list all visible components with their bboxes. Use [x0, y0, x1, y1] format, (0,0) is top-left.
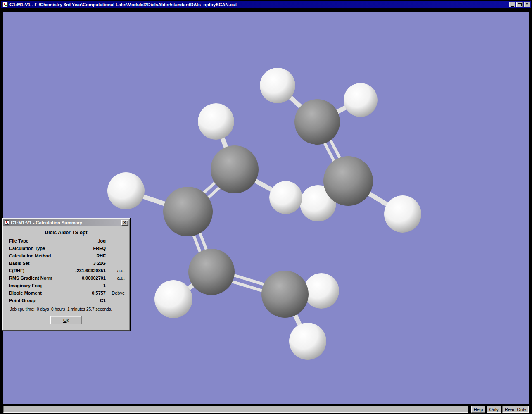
molecule-svg[interactable] [3, 12, 529, 404]
row-value: FREQ [60, 246, 106, 251]
help-button-label: Help [474, 407, 483, 412]
row-value: C1 [60, 298, 106, 303]
row-unit: a.u. [106, 276, 125, 281]
gaussview-window: G1:M1:V1 - F:\Chemistry 3rd Year\Computa… [0, 0, 532, 414]
atom-H[interactable] [269, 181, 302, 214]
atom-H[interactable] [107, 172, 145, 209]
atom-C[interactable] [211, 145, 259, 193]
atom-C[interactable] [163, 187, 213, 236]
atom-H[interactable] [344, 83, 378, 117]
status-message-area [3, 406, 468, 413]
app-icon [2, 2, 8, 7]
summary-row-calculation-method: Calculation Method RHF [3, 253, 129, 261]
dialog-button-row: Ok [3, 314, 129, 329]
summary-row-point-group: Point Group C1 [3, 298, 129, 305]
row-label: E(RHF) [9, 268, 60, 273]
only-indicator: Only [487, 406, 501, 413]
status-bar: Help Only Read Only [3, 406, 529, 413]
summary-row-basis-set: Basis Set 3-21G [3, 261, 129, 268]
window-titlebar[interactable]: G1:M1:V1 - F:\Chemistry 3rd Year\Computa… [1, 1, 531, 8]
ok-button-label: Ok [63, 318, 69, 323]
cpu-time-text: Job cpu time: 0 days 0 hours 1 minutes 2… [10, 307, 126, 312]
dialog-heading: Diels Alder TS opt [3, 230, 129, 236]
help-button[interactable]: Help [471, 406, 486, 413]
row-value: 0.5757 [60, 290, 106, 295]
row-label: RMS Gradient Norm [9, 276, 60, 281]
row-label: Calculation Type [9, 246, 60, 251]
summary-row-calculation-type: Calculation Type FREQ [3, 246, 129, 253]
atom-C[interactable] [294, 99, 340, 145]
row-label: Imaginary Freq [9, 283, 60, 288]
dialog-title: G1:M1:V1 - Calculation Summary [11, 220, 82, 225]
row-label: Dipole Moment [9, 290, 60, 295]
close-button[interactable]: × [524, 2, 530, 7]
summary-row-energy: E(RHF) -231.60320851 a.u. [3, 268, 129, 276]
minimize-icon [511, 6, 514, 7]
atom-H[interactable] [154, 280, 192, 318]
row-value: RHF [60, 253, 106, 258]
row-label: File Type [9, 238, 60, 243]
molecule-viewport[interactable] [3, 12, 529, 404]
dialog-titlebar[interactable]: G1:M1:V1 - Calculation Summary × [3, 219, 129, 226]
dialog-close-button[interactable]: × [121, 220, 128, 226]
maximize-button[interactable] [516, 2, 523, 7]
row-value: -231.60320851 [60, 268, 106, 273]
row-label: Basis Set [9, 261, 60, 266]
dialog-icon [5, 220, 9, 225]
atom-H[interactable] [260, 68, 295, 103]
atom-H[interactable] [384, 195, 421, 233]
maximize-icon [518, 3, 522, 6]
atom-H[interactable] [304, 273, 339, 309]
minimize-button[interactable] [509, 2, 515, 7]
row-label: Point Group [9, 298, 60, 303]
row-value: .log [60, 238, 106, 243]
row-value: 3-21G [60, 261, 106, 266]
read-only-indicator: Read Only [502, 406, 529, 413]
summary-row-imaginary-freq: Imaginary Freq 1 [3, 283, 129, 290]
summary-row-file-type: File Type .log [3, 238, 129, 246]
row-value: 1 [60, 283, 106, 288]
row-unit: Debye [106, 290, 125, 295]
atom-H[interactable] [198, 103, 234, 140]
atom-H[interactable] [289, 323, 326, 360]
row-unit: a.u. [106, 268, 125, 273]
window-title: G1:M1:V1 - F:\Chemistry 3rd Year\Computa… [10, 2, 237, 7]
summary-row-rms-gradient: RMS Gradient Norm 0.00002701 a.u. [3, 276, 129, 283]
row-value: 0.00002701 [60, 276, 106, 281]
atom-C[interactable] [188, 249, 235, 295]
atom-C[interactable] [261, 271, 309, 318]
ok-button[interactable]: Ok [50, 316, 82, 324]
summary-row-dipole-moment: Dipole Moment 0.5757 Debye [3, 290, 129, 298]
atom-C[interactable] [323, 156, 373, 206]
row-label: Calculation Method [9, 253, 60, 258]
calculation-summary-dialog: G1:M1:V1 - Calculation Summary × Diels A… [2, 218, 130, 331]
window-controls: × [509, 2, 530, 7]
